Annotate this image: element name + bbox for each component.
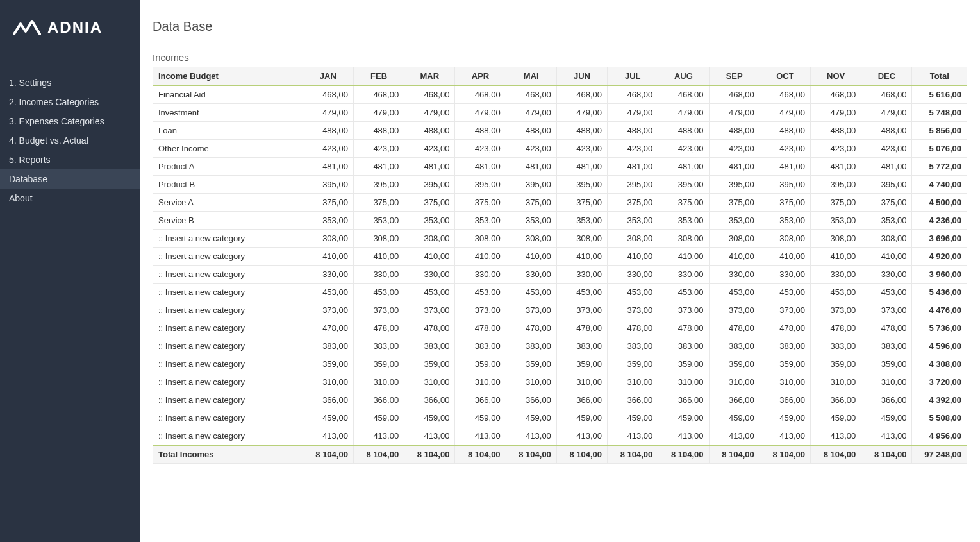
cell-value[interactable]: 359,00 [404, 355, 455, 373]
cell-value[interactable]: 310,00 [760, 373, 810, 391]
cell-value[interactable]: 359,00 [608, 355, 658, 373]
cell-value[interactable]: 459,00 [861, 409, 912, 427]
cell-value[interactable]: 459,00 [608, 409, 658, 427]
cell-value[interactable]: 395,00 [709, 176, 760, 194]
row-label[interactable]: Product B [153, 176, 303, 194]
cell-value[interactable]: 479,00 [404, 104, 455, 122]
cell-value[interactable]: 395,00 [556, 176, 607, 194]
cell-value[interactable]: 459,00 [556, 409, 607, 427]
cell-value[interactable]: 353,00 [506, 212, 556, 230]
cell-value[interactable]: 353,00 [658, 212, 709, 230]
sidebar-item-5[interactable]: Database [0, 169, 140, 189]
cell-value[interactable]: 330,00 [556, 266, 607, 284]
cell-value[interactable]: 478,00 [455, 319, 506, 337]
cell-value[interactable]: 413,00 [506, 427, 556, 446]
cell-value[interactable]: 488,00 [506, 122, 556, 140]
cell-value[interactable]: 423,00 [303, 140, 353, 158]
cell-value[interactable]: 353,00 [303, 212, 353, 230]
cell-value[interactable]: 330,00 [861, 266, 912, 284]
cell-value[interactable]: 308,00 [353, 230, 404, 248]
cell-value[interactable]: 413,00 [556, 427, 607, 446]
cell-value[interactable]: 359,00 [556, 355, 607, 373]
cell-value[interactable]: 468,00 [760, 85, 810, 104]
cell-value[interactable]: 481,00 [861, 158, 912, 176]
cell-value[interactable]: 308,00 [556, 230, 607, 248]
cell-value[interactable]: 410,00 [658, 248, 709, 266]
cell-value[interactable]: 478,00 [861, 319, 912, 337]
cell-value[interactable]: 353,00 [811, 212, 861, 230]
cell-value[interactable]: 310,00 [303, 373, 353, 391]
row-label[interactable]: :: Insert a new category [153, 427, 303, 446]
cell-value[interactable]: 478,00 [353, 319, 404, 337]
cell-value[interactable]: 410,00 [455, 248, 506, 266]
cell-value[interactable]: 481,00 [353, 158, 404, 176]
cell-value[interactable]: 308,00 [404, 230, 455, 248]
cell-value[interactable]: 308,00 [658, 230, 709, 248]
row-label[interactable]: Investment [153, 104, 303, 122]
row-label[interactable]: Loan [153, 122, 303, 140]
row-label[interactable]: Service A [153, 194, 303, 212]
cell-value[interactable]: 373,00 [303, 301, 353, 319]
cell-value[interactable]: 468,00 [303, 85, 353, 104]
row-label[interactable]: :: Insert a new category [153, 266, 303, 284]
cell-value[interactable]: 459,00 [353, 409, 404, 427]
cell-value[interactable]: 308,00 [760, 230, 810, 248]
cell-value[interactable]: 383,00 [608, 337, 658, 355]
cell-value[interactable]: 481,00 [658, 158, 709, 176]
cell-value[interactable]: 481,00 [455, 158, 506, 176]
cell-value[interactable]: 308,00 [303, 230, 353, 248]
cell-value[interactable]: 308,00 [455, 230, 506, 248]
cell-value[interactable]: 459,00 [303, 409, 353, 427]
cell-value[interactable]: 366,00 [760, 391, 810, 409]
cell-value[interactable]: 479,00 [861, 104, 912, 122]
cell-value[interactable]: 468,00 [353, 85, 404, 104]
cell-value[interactable]: 478,00 [658, 319, 709, 337]
cell-value[interactable]: 410,00 [608, 248, 658, 266]
cell-value[interactable]: 410,00 [556, 248, 607, 266]
cell-value[interactable]: 395,00 [404, 176, 455, 194]
cell-value[interactable]: 453,00 [608, 284, 658, 301]
cell-value[interactable]: 413,00 [303, 427, 353, 446]
row-label[interactable]: Financial Aid [153, 85, 303, 104]
cell-value[interactable]: 375,00 [506, 194, 556, 212]
cell-value[interactable]: 373,00 [861, 301, 912, 319]
cell-value[interactable]: 423,00 [455, 140, 506, 158]
cell-value[interactable]: 423,00 [811, 140, 861, 158]
cell-value[interactable]: 410,00 [760, 248, 810, 266]
cell-value[interactable]: 375,00 [709, 194, 760, 212]
cell-value[interactable]: 479,00 [811, 104, 861, 122]
cell-value[interactable]: 479,00 [608, 104, 658, 122]
cell-value[interactable]: 373,00 [658, 301, 709, 319]
cell-value[interactable]: 359,00 [455, 355, 506, 373]
cell-value[interactable]: 330,00 [709, 266, 760, 284]
sidebar-item-1[interactable]: 2. Incomes Categories [0, 92, 140, 112]
cell-value[interactable]: 488,00 [455, 122, 506, 140]
cell-value[interactable]: 383,00 [658, 337, 709, 355]
cell-value[interactable]: 423,00 [861, 140, 912, 158]
cell-value[interactable]: 478,00 [556, 319, 607, 337]
cell-value[interactable]: 310,00 [658, 373, 709, 391]
cell-value[interactable]: 383,00 [455, 337, 506, 355]
cell-value[interactable]: 481,00 [506, 158, 556, 176]
cell-value[interactable]: 373,00 [709, 301, 760, 319]
cell-value[interactable]: 330,00 [760, 266, 810, 284]
cell-value[interactable]: 330,00 [506, 266, 556, 284]
cell-value[interactable]: 413,00 [455, 427, 506, 446]
cell-value[interactable]: 353,00 [353, 212, 404, 230]
cell-value[interactable]: 488,00 [404, 122, 455, 140]
cell-value[interactable]: 459,00 [658, 409, 709, 427]
cell-value[interactable]: 310,00 [709, 373, 760, 391]
cell-value[interactable]: 308,00 [506, 230, 556, 248]
cell-value[interactable]: 479,00 [709, 104, 760, 122]
cell-value[interactable]: 383,00 [303, 337, 353, 355]
cell-value[interactable]: 330,00 [811, 266, 861, 284]
cell-value[interactable]: 453,00 [506, 284, 556, 301]
cell-value[interactable]: 359,00 [760, 355, 810, 373]
cell-value[interactable]: 479,00 [455, 104, 506, 122]
cell-value[interactable]: 353,00 [404, 212, 455, 230]
cell-value[interactable]: 353,00 [556, 212, 607, 230]
cell-value[interactable]: 488,00 [353, 122, 404, 140]
cell-value[interactable]: 330,00 [455, 266, 506, 284]
cell-value[interactable]: 423,00 [404, 140, 455, 158]
cell-value[interactable]: 366,00 [303, 391, 353, 409]
